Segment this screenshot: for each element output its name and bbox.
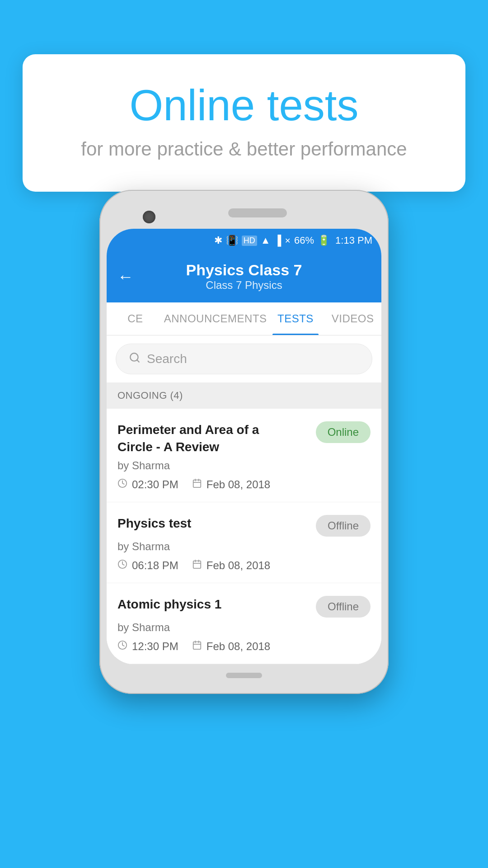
test-meta: 12:30 PM Feb 08, 2018	[117, 640, 371, 653]
status-x: ✕	[285, 236, 291, 245]
test-author: by Sharma	[117, 540, 371, 553]
meta-time: 02:30 PM	[117, 478, 178, 491]
section-header-label: ONGOING (4)	[117, 390, 183, 401]
tab-announcements[interactable]: ANNOUNCEMENTS	[164, 302, 267, 335]
status-bluetooth: ✱	[214, 235, 222, 246]
test-date: Feb 08, 2018	[206, 640, 270, 653]
hero-subtitle: for more practice & better performance	[54, 138, 434, 160]
test-item-row: Physics test Offline	[117, 515, 371, 537]
status-wifi: ▲	[261, 235, 271, 246]
status-bar: ✱ 📳 HD ▲ ▐ ✕ 66% 🔋 1:13 PM	[107, 229, 381, 252]
hero-card: Online tests for more practice & better …	[23, 54, 465, 192]
meta-time: 12:30 PM	[117, 640, 178, 653]
status-signal: ▐	[274, 235, 281, 246]
search-input-wrap[interactable]: Search	[116, 344, 372, 374]
test-meta: 02:30 PM Feb 08, 2018	[117, 478, 371, 491]
header-title-wrap: Physics Class 7 Class 7 Physics	[143, 261, 345, 292]
phone-camera	[143, 211, 155, 223]
test-item-row: Perimeter and Area of a Circle - A Revie…	[117, 421, 371, 456]
status-time: 1:13 PM	[335, 235, 372, 246]
svg-rect-13	[193, 642, 201, 649]
phone-outer: ✱ 📳 HD ▲ ▐ ✕ 66% 🔋 1:13 PM ← Physics Cla…	[99, 190, 389, 694]
clock-icon	[117, 478, 127, 491]
back-button[interactable]: ←	[117, 267, 134, 286]
calendar-icon	[192, 478, 202, 491]
phone-speaker	[228, 208, 287, 217]
search-container: Search	[107, 335, 381, 382]
meta-time: 06:18 PM	[117, 559, 178, 572]
phone-home-indicator	[226, 673, 262, 678]
test-item[interactable]: Perimeter and Area of a Circle - A Revie…	[107, 409, 381, 502]
phone-bottom	[107, 664, 381, 687]
test-title: Physics test	[117, 515, 191, 532]
header-main-title: Physics Class 7	[143, 261, 345, 279]
status-badge: Online	[316, 421, 371, 443]
test-author: by Sharma	[117, 459, 371, 472]
test-title: Perimeter and Area of a Circle - A Revie…	[117, 421, 289, 456]
svg-line-1	[137, 360, 139, 362]
test-time: 02:30 PM	[132, 478, 178, 491]
test-date: Feb 08, 2018	[206, 478, 270, 491]
tab-videos[interactable]: VIDEOS	[324, 302, 381, 335]
section-header-ongoing: ONGOING (4)	[107, 382, 381, 409]
test-author: by Sharma	[117, 621, 371, 634]
tabs-bar: CE ANNOUNCEMENTS TESTS VIDEOS	[107, 302, 381, 335]
phone-screen: ✱ 📳 HD ▲ ▐ ✕ 66% 🔋 1:13 PM ← Physics Cla…	[107, 229, 381, 664]
test-date: Feb 08, 2018	[206, 559, 270, 572]
tab-tests[interactable]: TESTS	[267, 302, 324, 335]
status-hd: HD	[242, 236, 257, 246]
clock-icon	[117, 559, 127, 572]
status-vibrate: 📳	[226, 235, 238, 246]
test-item[interactable]: Physics test Offline by Sharma 06:18 PM	[107, 502, 381, 583]
phone-wrapper: ✱ 📳 HD ▲ ▐ ✕ 66% 🔋 1:13 PM ← Physics Cla…	[99, 190, 389, 694]
svg-rect-3	[193, 480, 201, 487]
meta-date: Feb 08, 2018	[192, 478, 270, 491]
calendar-icon	[192, 640, 202, 653]
hero-title: Online tests	[54, 81, 434, 129]
clock-icon	[117, 640, 127, 653]
meta-date: Feb 08, 2018	[192, 640, 270, 653]
test-item-row: Atomic physics 1 Offline	[117, 596, 371, 618]
test-meta: 06:18 PM Feb 08, 2018	[117, 559, 371, 572]
search-placeholder: Search	[147, 352, 187, 366]
test-time: 06:18 PM	[132, 559, 178, 572]
app-header: ← Physics Class 7 Class 7 Physics	[107, 252, 381, 302]
status-badge: Offline	[316, 515, 371, 537]
battery-icon: 🔋	[318, 235, 330, 246]
test-time: 12:30 PM	[132, 640, 178, 653]
search-icon	[129, 351, 141, 367]
svg-rect-8	[193, 561, 201, 568]
status-badge: Offline	[316, 596, 371, 618]
meta-date: Feb 08, 2018	[192, 559, 270, 572]
test-item[interactable]: Atomic physics 1 Offline by Sharma 12:30…	[107, 583, 381, 664]
test-title: Atomic physics 1	[117, 596, 221, 613]
tab-ce[interactable]: CE	[107, 302, 164, 335]
header-breadcrumb: Class 7 Physics	[143, 279, 345, 292]
calendar-icon	[192, 559, 202, 572]
battery-percent: 66%	[294, 235, 314, 246]
